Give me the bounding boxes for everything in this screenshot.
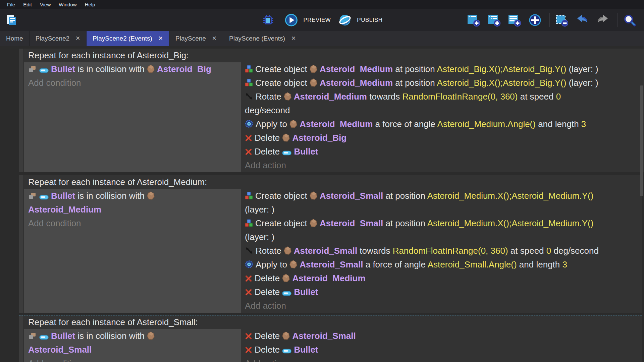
event-columns: Bullet is in collision with Asteroid_Big… <box>24 62 644 172</box>
redo-button[interactable] <box>595 13 613 27</box>
object-name: Asteroid_Medium <box>28 204 101 215</box>
object-name: Asteroid_Small <box>300 259 363 269</box>
delete-selection-icon <box>555 13 569 27</box>
add-condition-button[interactable]: Add condition <box>24 357 241 362</box>
apply-force-icon <box>245 260 253 268</box>
repeat-event-header[interactable]: Repeat for each instance of Asteroid_Big… <box>24 49 644 62</box>
instruction-text: Delete <box>255 146 282 157</box>
object-name: Asteroid_Small <box>28 345 92 355</box>
publish-button[interactable]: PUBLISH <box>337 13 384 27</box>
tab-close-icon[interactable]: ✕ <box>291 36 296 41</box>
event-drag-handle[interactable] <box>19 49 24 172</box>
add-event-icon <box>467 13 480 27</box>
add-circle-button[interactable] <box>527 13 545 27</box>
condition-row[interactable]: Asteroid_Small <box>24 343 241 357</box>
add-condition-button[interactable]: Add condition <box>24 76 241 90</box>
action-row[interactable]: Delete Bullet <box>241 145 644 159</box>
instruction-text: (layer: ) <box>245 204 274 215</box>
add-action-button[interactable]: Add action <box>241 357 642 362</box>
toolbar-separator <box>617 13 618 27</box>
tab-playscene-events[interactable]: PlayScene (Events)✕ <box>223 31 302 46</box>
asteroid-object-icon <box>289 260 297 268</box>
event-block-3[interactable]: Repeat for each instance of Asteroid_Sma… <box>19 315 642 362</box>
action-row[interactable]: Create object Asteroid_Small at position… <box>241 189 642 203</box>
instruction-text: and length <box>536 119 581 129</box>
event-block-2[interactable]: Repeat for each instance of Asteroid_Med… <box>19 175 642 313</box>
action-row[interactable]: Delete Asteroid_Small <box>241 329 642 343</box>
collision-icon <box>28 333 37 340</box>
add-condition-button[interactable]: Add condition <box>24 217 241 230</box>
menu-item-help[interactable]: Help <box>81 0 99 9</box>
preview-button[interactable]: PREVIEW <box>283 13 332 27</box>
action-row[interactable]: Apply to Asteroid_Small a force of angle… <box>241 258 642 272</box>
menu-item-window[interactable]: Window <box>55 0 80 9</box>
condition-row[interactable]: Bullet is in collision with <box>24 329 241 343</box>
bullet-object-icon <box>282 291 291 296</box>
expression: RandomFloatInRange(0, 360) <box>402 92 518 102</box>
action-row[interactable]: Rotate Asteroid_Medium towards RandomFlo… <box>241 90 644 104</box>
event-columns: Bullet is in collision with Asteroid_Med… <box>24 189 642 313</box>
condition-row[interactable]: Asteroid_Medium <box>24 203 241 217</box>
add-action-button[interactable]: Add action <box>241 299 642 313</box>
action-row[interactable]: Apply to Asteroid_Medium a force of angl… <box>241 117 644 131</box>
events-sheet-logo-icon[interactable] <box>4 13 19 27</box>
condition-row[interactable]: Bullet is in collision with <box>24 189 241 203</box>
instruction-text: towards <box>367 92 402 102</box>
object-name: Asteroid_Medium <box>292 273 365 283</box>
tab-close-icon[interactable]: ✕ <box>75 36 80 41</box>
toolbar-center: PREVIEW PUBLISH <box>260 9 384 31</box>
add-event-button[interactable] <box>466 13 484 27</box>
tab-playscene2[interactable]: PlayScene2✕ <box>30 31 87 46</box>
action-row[interactable]: (layer: ) <box>241 203 642 217</box>
scrollbar-thumb[interactable] <box>640 85 643 196</box>
event-block-1[interactable]: Repeat for each instance of Asteroid_Big… <box>19 49 644 172</box>
add-comment-button[interactable] <box>506 13 525 27</box>
add-action-button[interactable]: Add action <box>241 159 644 172</box>
rotate-icon <box>245 92 253 101</box>
collision-icon <box>28 66 37 73</box>
delete-selection-button[interactable] <box>554 13 572 27</box>
action-row[interactable]: Create object Asteroid_Small at position… <box>241 217 642 230</box>
tab-playscene2-events[interactable]: PlayScene2 (Events)✕ <box>87 31 169 46</box>
tab-close-icon[interactable]: ✕ <box>212 36 217 41</box>
repeat-event-header[interactable]: Repeat for each instance of Asteroid_Med… <box>24 175 642 189</box>
gdevelop-app: FileEditViewWindowHelp <box>0 0 644 362</box>
toolbar-left <box>4 9 19 31</box>
add-subevent-button[interactable] <box>486 13 504 27</box>
vertical-scrollbar[interactable] <box>639 46 644 362</box>
instruction-text: deg/second <box>551 246 599 256</box>
action-row[interactable]: Delete Bullet <box>241 343 642 357</box>
expression: 0 <box>546 246 551 256</box>
tab-playscene[interactable]: PlayScene✕ <box>169 31 223 46</box>
debug-button[interactable] <box>260 13 278 27</box>
expression: 0 <box>556 92 561 102</box>
menu-item-file[interactable]: File <box>3 0 19 9</box>
tab-home[interactable]: Home <box>0 31 30 46</box>
repeat-event-header[interactable]: Repeat for each instance of Asteroid_Sma… <box>24 315 642 329</box>
instruction-text: Delete <box>255 133 282 143</box>
menu-item-edit[interactable]: Edit <box>19 0 36 9</box>
create-object-icon <box>245 65 253 73</box>
event-drag-handle[interactable] <box>19 315 24 362</box>
action-row[interactable]: (layer: ) <box>241 230 642 244</box>
object-name: Bullet <box>294 345 318 355</box>
delete-icon <box>245 346 252 354</box>
action-row[interactable]: Create object Asteroid_Medium at positio… <box>241 62 644 76</box>
action-row[interactable]: Rotate Asteroid_Small towards RandomFloa… <box>241 244 642 258</box>
action-row[interactable]: Delete Asteroid_Medium <box>241 272 642 285</box>
action-row[interactable]: Delete Asteroid_Big <box>241 131 644 145</box>
action-row[interactable]: Delete Bullet <box>241 285 642 299</box>
instruction-text: a force of angle <box>363 259 427 269</box>
expression: Asteroid_Small.Angle() <box>428 259 517 269</box>
object-name: Bullet <box>294 287 318 297</box>
condition-row[interactable]: Bullet is in collision with Asteroid_Big <box>24 62 241 76</box>
menu-item-view[interactable]: View <box>36 0 55 9</box>
action-row[interactable]: Create object Asteroid_Medium at positio… <box>241 76 644 90</box>
tab-close-icon[interactable]: ✕ <box>158 36 163 41</box>
add-subevent-icon <box>487 13 501 27</box>
event-drag-handle[interactable] <box>19 175 24 313</box>
action-row[interactable]: deg/second <box>241 104 644 117</box>
instruction-text: at position <box>383 218 427 228</box>
undo-button[interactable] <box>574 13 593 27</box>
search-button[interactable] <box>622 13 640 27</box>
